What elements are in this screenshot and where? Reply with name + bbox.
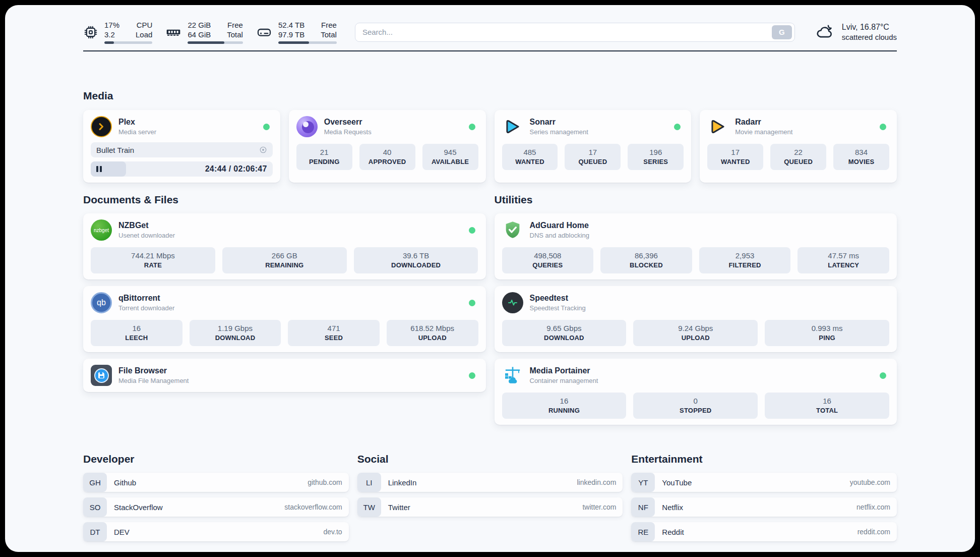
bookmark-name: Reddit xyxy=(662,528,684,536)
speedtest-logo xyxy=(502,292,523,313)
search-engine-button[interactable]: G xyxy=(772,25,792,39)
bookmark-abbr: GH xyxy=(83,473,107,492)
bookmark-linkedin[interactable]: LI LinkedIn linkedin.com xyxy=(357,473,623,492)
service-name: File Browser xyxy=(118,366,189,375)
playback-progress-row: 24:44 / 02:06:47 xyxy=(91,161,273,177)
bookmark-url: twitter.com xyxy=(582,503,616,511)
disk-progress-fill xyxy=(278,41,309,44)
stat-total: 16 TOTAL xyxy=(765,393,889,419)
bookmark-twitter[interactable]: TW Twitter twitter.com xyxy=(357,497,623,517)
disk-free-value: 52.4 TB xyxy=(278,20,304,30)
adguard-card[interactable]: AdGuard Home DNS and adblocking 498,508 … xyxy=(495,213,897,280)
camera-icon xyxy=(259,146,267,154)
stat-downloaded: 39.6 TB DOWNLOADED xyxy=(354,247,478,273)
bookmark-url: netflix.com xyxy=(856,503,890,511)
bookmark-dev[interactable]: DT DEV dev.to xyxy=(83,522,349,541)
service-name: qBittorrent xyxy=(118,294,174,303)
service-name: Overseerr xyxy=(324,118,372,127)
status-dot xyxy=(263,124,270,130)
bookmarks-developer: Developer GH Github github.com SO StackO… xyxy=(83,453,349,541)
ram-label-2: Total xyxy=(227,30,243,39)
status-dot xyxy=(674,124,681,130)
bookmark-name: StackOverflow xyxy=(114,503,163,512)
utilities-column: Utilities AdGuard Home xyxy=(495,194,897,425)
section-title-utilities: Utilities xyxy=(495,194,897,206)
status-dot xyxy=(469,372,475,379)
service-name: Sonarr xyxy=(530,118,588,127)
pause-icon xyxy=(96,166,102,172)
stat-latency: 47.57 ms LATENCY xyxy=(798,247,889,273)
ram-progress-bar xyxy=(188,41,243,44)
cpu-progress-bar xyxy=(104,41,152,44)
search-box: G xyxy=(355,23,795,42)
nzbget-logo: nzbget xyxy=(91,219,112,241)
ram-total-value: 64 GiB xyxy=(188,30,211,39)
bookmark-netflix[interactable]: NF Netflix netflix.com xyxy=(631,497,897,517)
service-name: NZBGet xyxy=(118,221,175,230)
nzbget-card[interactable]: nzbget NZBGet Usenet downloader 744.21 M… xyxy=(83,213,486,280)
service-name: Speedtest xyxy=(530,294,586,303)
overseerr-card[interactable]: Overseerr Media Requests 21 PENDING 40 A… xyxy=(289,110,486,183)
ram-label-1: Free xyxy=(227,20,243,30)
bookmark-abbr: DT xyxy=(83,522,107,541)
now-playing-title: Bullet Train xyxy=(96,146,134,154)
portainer-card[interactable]: Media Portainer Container management 16 … xyxy=(495,359,897,425)
top-bar: 17% CPU 3.2 Load xyxy=(83,5,897,44)
bookmark-abbr: TW xyxy=(357,497,381,517)
section-title-entertainment: Entertainment xyxy=(631,453,897,465)
stat-movies: 834 MOVIES xyxy=(833,144,889,170)
sonarr-card[interactable]: Sonarr Series management 485 WANTED 17 Q… xyxy=(495,110,692,183)
bookmark-abbr: RE xyxy=(631,522,655,541)
stat-blocked: 86,396 BLOCKED xyxy=(600,247,692,273)
stat-wanted: 485 WANTED xyxy=(502,144,558,170)
stat-filtered: 2,953 FILTERED xyxy=(699,247,791,273)
status-dot xyxy=(469,124,475,130)
dashboard-page: 17% CPU 3.2 Load xyxy=(5,5,975,552)
portainer-logo xyxy=(502,365,523,386)
qbittorrent-card[interactable]: qb qBittorrent Torrent downloader 16 LEE… xyxy=(83,286,486,352)
status-dot xyxy=(469,227,475,234)
documents-column: Documents & Files nzbget NZBGet Usenet d… xyxy=(83,194,486,392)
adguard-logo xyxy=(502,219,523,241)
radarr-card[interactable]: Radarr Movie management 17 WANTED 22 QUE… xyxy=(700,110,897,183)
bookmark-reddit[interactable]: RE Reddit reddit.com xyxy=(631,522,897,541)
bookmark-github[interactable]: GH Github github.com xyxy=(83,473,349,492)
bookmarks-entertainment: Entertainment YT YouTube youtube.com NF … xyxy=(631,453,897,541)
filebrowser-card[interactable]: File Browser Media File Management xyxy=(83,359,486,392)
service-description: Media File Management xyxy=(118,377,189,384)
bookmark-abbr: NF xyxy=(631,497,655,517)
stat-available: 945 AVAILABLE xyxy=(422,144,478,170)
bookmark-abbr: YT xyxy=(631,473,655,492)
memory-icon xyxy=(165,24,181,40)
stat-stopped: 0 STOPPED xyxy=(633,393,758,419)
cpu-chip-icon xyxy=(83,25,98,40)
disk-label-1: Free xyxy=(321,20,337,30)
bookmark-url: stackoverflow.com xyxy=(284,503,342,511)
status-dot xyxy=(880,372,886,379)
service-description: Series management xyxy=(530,128,588,136)
sonarr-logo xyxy=(502,116,523,137)
service-name: AdGuard Home xyxy=(530,221,590,230)
service-description: Torrent downloader xyxy=(118,304,174,312)
plex-logo xyxy=(91,116,112,137)
resource-widgets: 17% CPU 3.2 Load xyxy=(83,20,337,44)
bookmark-url: reddit.com xyxy=(858,528,890,536)
stat-leech: 16 LEECH xyxy=(91,320,182,346)
cpu-load-value: 3.2 xyxy=(104,30,119,39)
service-name: Plex xyxy=(118,118,156,127)
bookmark-name: LinkedIn xyxy=(388,478,417,487)
bookmark-abbr: SO xyxy=(83,497,107,517)
search-input[interactable] xyxy=(362,28,772,36)
service-description: Usenet downloader xyxy=(118,232,175,239)
cpu-label-2: Load xyxy=(136,30,152,39)
bookmark-url: github.com xyxy=(308,478,342,486)
plex-card[interactable]: Plex Media server Bullet Train 24:44 / 0… xyxy=(83,110,280,183)
bookmark-stackoverflow[interactable]: SO StackOverflow stackoverflow.com xyxy=(83,497,349,517)
stat-remaining: 266 GB REMAINING xyxy=(222,247,347,273)
speedtest-card[interactable]: Speedtest Speedtest Tracking 9.65 Gbps D… xyxy=(495,286,897,352)
stat-ping: 0.993 ms PING xyxy=(765,320,889,346)
service-description: Container management xyxy=(530,377,598,384)
bookmark-youtube[interactable]: YT YouTube youtube.com xyxy=(631,473,897,492)
stat-upload: 618.52 Mbps UPLOAD xyxy=(387,320,478,346)
stat-download: 1.19 Gbps DOWNLOAD xyxy=(190,320,281,346)
